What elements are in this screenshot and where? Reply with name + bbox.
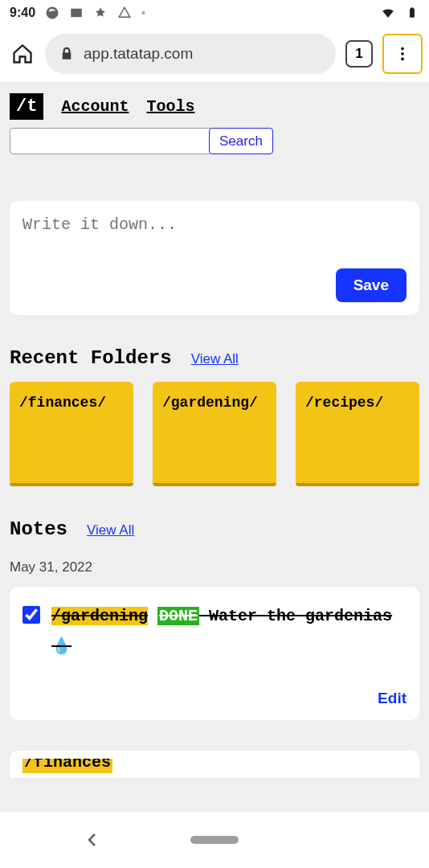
note-checkbox[interactable] [22,606,40,624]
compose-card: Save [10,201,419,315]
wifi-icon [381,6,395,20]
battery-icon [405,6,419,20]
note-card: /gardening DONE Water the gardenias💧 Edi… [10,587,419,720]
recent-folders-view-all[interactable]: View All [191,351,239,367]
status-dot: • [141,6,145,19]
page-content: /t Account Tools Search Save Recent Fold… [0,82,429,812]
home-button[interactable] [6,38,39,70]
folder-label: /recipes/ [305,395,383,411]
url-text: app.tatatap.com [84,45,193,63]
folder-recipes[interactable]: /recipes/ [296,382,419,486]
nav-tools[interactable]: Tools [146,97,194,116]
folders-row: /finances/ /gardening/ /recipes/ [0,382,429,486]
recent-folders-title: Recent Folders [10,347,172,369]
note-status: DONE [157,607,199,625]
site-header: /t Account Tools [0,82,429,128]
notes-header: Notes View All [0,486,429,553]
folder-label: /finances/ [19,395,106,411]
note-card: /finances [10,751,419,778]
tab-count-value: 1 [355,46,362,62]
google-icon [45,6,59,20]
svg-point-0 [401,47,404,51]
browser-chrome: app.tatatap.com 1 [0,26,429,82]
search-button[interactable]: Search [209,128,273,154]
status-time: 9:40 [10,6,35,20]
folder-label: /gardening/ [162,395,258,411]
recent-folders-header: Recent Folders View All [0,315,429,382]
site-logo[interactable]: /t [10,93,43,120]
android-nav-bar [0,812,429,868]
folder-gardening[interactable]: /gardening/ [153,382,276,486]
edit-button[interactable]: Edit [378,690,407,707]
folder-finances[interactable]: /finances/ [10,382,133,486]
note-tag[interactable]: /finances [22,759,112,773]
notes-view-all[interactable]: View All [87,522,134,538]
tab-switcher[interactable]: 1 [345,40,373,68]
drive-icon [117,6,132,20]
notes-title: Notes [10,518,67,540]
save-button[interactable]: Save [336,268,407,302]
note-body-text: Water the gardenias [199,607,392,625]
lock-icon [59,47,74,61]
nav-account[interactable]: Account [61,97,129,116]
search-input[interactable] [10,128,210,154]
note-emoji: 💧 [51,637,72,656]
browser-menu-button[interactable] [382,34,423,74]
location-icon [93,6,108,20]
search-row: Search [0,128,429,169]
svg-point-1 [401,52,404,55]
notes-date: May 31, 2022 [0,553,429,587]
gmail-icon [69,6,84,20]
back-button[interactable] [83,830,102,850]
android-status-bar: 9:40 • [0,0,429,26]
url-bar[interactable]: app.tatatap.com [45,34,336,74]
home-pill[interactable] [190,836,239,844]
compose-textarea[interactable] [22,215,407,252]
note-text: /gardening DONE Water the gardenias💧 [51,601,407,662]
note-tag[interactable]: /gardening [51,607,148,625]
svg-point-2 [401,58,404,61]
